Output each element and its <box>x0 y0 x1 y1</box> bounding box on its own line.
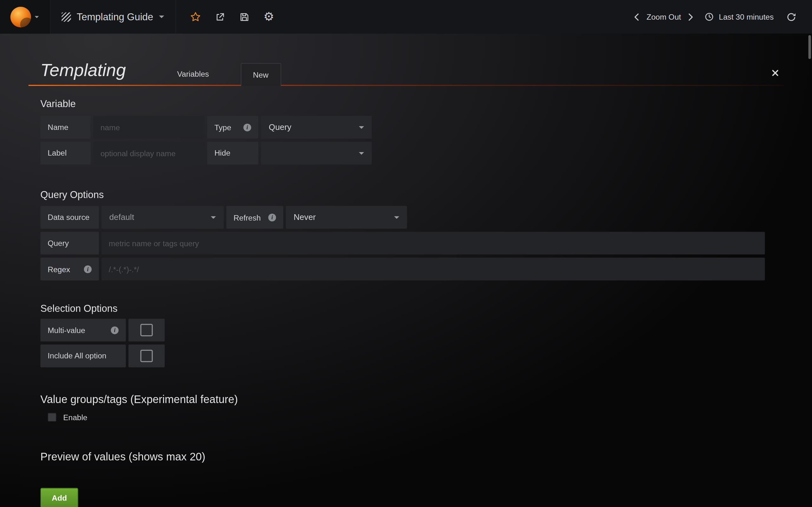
time-zoom-group: Zoom Out <box>632 12 695 21</box>
variable-name-row: Name Type Query <box>40 116 775 139</box>
share-dashboard-button[interactable] <box>215 12 225 22</box>
close-icon <box>771 69 779 77</box>
refresh-label-text: Refresh <box>234 213 261 222</box>
multi-value-checkbox[interactable] <box>129 319 165 342</box>
scrollbar-thumb[interactable] <box>809 35 811 59</box>
multi-value-label: Multi-value <box>40 319 125 342</box>
type-select-value: Query <box>269 123 291 132</box>
type-label: Type <box>207 116 258 139</box>
info-icon[interactable] <box>243 124 251 131</box>
chevron-down-icon <box>211 216 216 219</box>
label-label: Label <box>40 142 90 165</box>
variable-heading: Variable <box>40 99 775 110</box>
variable-label-row: Label Hide <box>40 142 775 165</box>
refresh-label: Refresh <box>226 206 283 229</box>
enable-label: Enable <box>63 413 87 422</box>
refresh-icon <box>786 12 797 22</box>
info-icon[interactable] <box>84 265 91 273</box>
enable-checkbox[interactable] <box>48 413 56 422</box>
chevron-left-icon <box>632 12 642 21</box>
dashboard-title: Templating Guide <box>77 11 153 22</box>
selection-options-section: Selection Options Multi-value Include Al… <box>40 303 775 367</box>
regex-row: Regex <box>40 258 775 281</box>
checkbox-icon <box>140 350 153 362</box>
include-all-label: Include All option <box>40 345 125 368</box>
datasource-row: Data source default Refresh Never <box>40 206 775 229</box>
star-dashboard-button[interactable] <box>190 11 201 22</box>
time-controls: Zoom Out Last 30 minutes <box>632 12 812 22</box>
include-all-checkbox[interactable] <box>129 345 165 368</box>
tab-new[interactable]: New <box>241 63 281 86</box>
share-icon <box>215 12 225 22</box>
multi-value-label-text: Multi-value <box>48 326 85 335</box>
query-label: Query <box>40 232 99 255</box>
time-shift-forward-button[interactable] <box>686 12 695 21</box>
dashboard-grid-icon <box>61 12 71 21</box>
datasource-select[interactable]: default <box>101 206 223 229</box>
regex-label-text: Regex <box>48 265 70 274</box>
regex-label: Regex <box>40 258 99 281</box>
chevron-right-icon <box>686 12 695 21</box>
query-row: Query <box>40 232 775 255</box>
save-icon <box>239 12 250 22</box>
hide-label: Hide <box>207 142 258 165</box>
value-groups-heading: Value groups/tags (Experimental feature) <box>40 393 775 406</box>
name-label: Name <box>40 116 90 139</box>
grafana-app: Templating Guide <box>0 0 812 507</box>
time-range-picker[interactable]: Last 30 minutes <box>705 12 774 22</box>
include-all-row: Include All option <box>40 345 775 368</box>
query-input[interactable] <box>101 232 765 255</box>
variable-section: Variable Name Type Query Label Hide <box>40 99 775 165</box>
type-label-text: Type <box>214 123 231 132</box>
datasource-select-value: default <box>109 213 134 222</box>
refresh-select[interactable]: Never <box>286 206 407 229</box>
dashboard-actions <box>176 11 274 23</box>
chevron-down-icon <box>359 126 364 129</box>
info-icon[interactable] <box>268 214 276 221</box>
dashboard-picker[interactable]: Templating Guide <box>50 0 176 34</box>
clock-icon <box>705 12 714 22</box>
zoom-out-button[interactable]: Zoom Out <box>647 12 681 21</box>
templating-editor: Templating Variables New Variable Name T… <box>0 34 812 507</box>
dashboard-settings-button[interactable] <box>264 11 274 23</box>
add-button[interactable]: Add <box>40 488 78 507</box>
enable-row: Enable <box>40 413 775 422</box>
preview-section: Preview of values (shows max 20) <box>40 451 775 463</box>
query-options-section: Query Options Data source default Refres… <box>40 189 775 280</box>
selection-options-heading: Selection Options <box>40 303 775 315</box>
value-groups-section: Value groups/tags (Experimental feature)… <box>40 393 775 422</box>
label-input[interactable] <box>93 142 205 165</box>
query-options-heading: Query Options <box>40 189 775 201</box>
chevron-down-icon <box>35 16 39 18</box>
refresh-button[interactable] <box>786 12 797 22</box>
save-dashboard-button[interactable] <box>239 12 250 22</box>
gear-icon <box>264 11 274 23</box>
info-icon[interactable] <box>111 326 118 334</box>
templating-header: Templating Variables New <box>29 60 783 86</box>
chevron-down-icon <box>159 15 164 18</box>
grafana-logo-icon <box>10 6 31 27</box>
close-editor-button[interactable] <box>771 69 779 77</box>
preview-heading: Preview of values (shows max 20) <box>40 451 775 463</box>
star-icon <box>190 11 201 22</box>
time-range-label: Last 30 minutes <box>719 12 774 21</box>
datasource-label: Data source <box>40 206 99 229</box>
refresh-select-value: Never <box>294 213 316 222</box>
chevron-down-icon <box>359 152 364 155</box>
page-title: Templating <box>40 60 126 80</box>
name-input[interactable] <box>93 116 205 139</box>
hide-select[interactable] <box>261 142 372 165</box>
grafana-menu-button[interactable] <box>0 0 50 34</box>
type-select[interactable]: Query <box>261 116 372 139</box>
top-navbar: Templating Guide <box>0 0 812 34</box>
tab-variables[interactable]: Variables <box>160 63 226 85</box>
chevron-down-icon <box>394 216 399 219</box>
multi-value-row: Multi-value <box>40 319 775 342</box>
regex-input[interactable] <box>101 258 765 281</box>
checkbox-icon <box>140 324 153 337</box>
time-shift-back-button[interactable] <box>632 12 642 21</box>
